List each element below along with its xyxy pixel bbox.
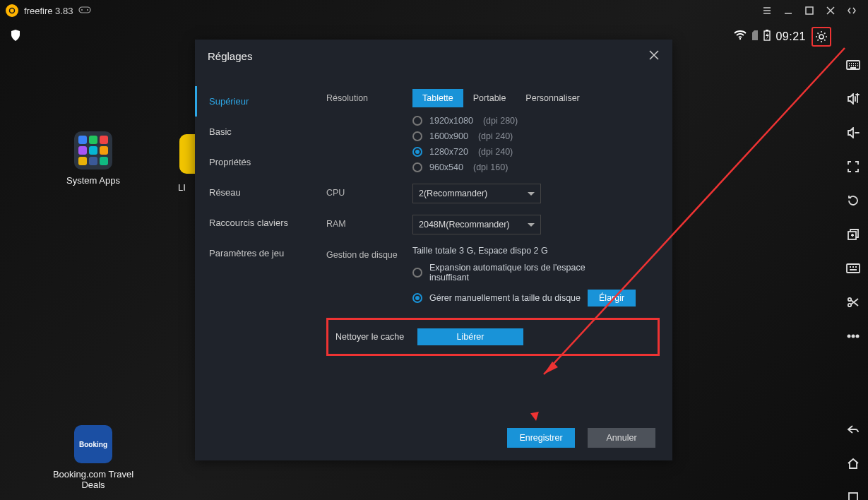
gear-icon — [815, 30, 828, 43]
svg-rect-7 — [766, 30, 768, 31]
volume-down-icon[interactable] — [845, 124, 862, 141]
svg-point-2 — [81, 9, 83, 11]
ram-dropdown[interactable]: 2048M(Recommander) — [412, 215, 541, 234]
booking-icon: Booking — [74, 425, 112, 463]
disk-manual[interactable]: Gérer manuellement la taille du disqueÉl… — [412, 290, 660, 306]
svg-rect-17 — [849, 493, 857, 500]
sidebar-item-shortcuts[interactable]: Raccourcis claviers — [195, 208, 314, 238]
gamepad-icon — [78, 6, 91, 16]
booking-label: Booking.com Travel Deals — [44, 469, 143, 490]
settings-content: Résolution Tablette Portable Personnalis… — [314, 72, 672, 418]
clear-cache-row: Nettoyer le cache Libérer — [326, 318, 660, 356]
svg-rect-4 — [806, 7, 813, 14]
res-opt-1600[interactable]: 1600x900(dpi 240) — [412, 131, 660, 141]
multi-window-icon[interactable] — [845, 226, 862, 243]
keymap-icon[interactable] — [845, 260, 862, 277]
svg-rect-11 — [847, 264, 860, 273]
resolution-label: Résolution — [326, 89, 412, 103]
fullscreen-icon[interactable] — [845, 158, 862, 175]
more-icon[interactable] — [845, 328, 862, 345]
cpu-label: CPU — [326, 184, 412, 198]
enlarge-button[interactable]: Élargir — [588, 290, 636, 306]
wifi-icon — [734, 30, 747, 43]
sidebar-item-superior[interactable]: Supérieur — [195, 86, 314, 117]
back-icon[interactable] — [845, 421, 862, 438]
svg-point-16 — [856, 335, 858, 337]
svg-point-0 — [10, 8, 15, 13]
settings-sidebar: Supérieur Basic Propriétés Réseau Raccou… — [195, 72, 314, 418]
chevron-down-icon — [528, 192, 535, 196]
svg-point-8 — [819, 35, 824, 39]
save-button[interactable]: Enregistrer — [507, 428, 575, 448]
scissors-icon[interactable] — [845, 294, 862, 311]
disk-label: Gestion de disque — [326, 246, 412, 260]
close-button[interactable] — [820, 0, 841, 21]
cache-label: Nettoyer le cache — [335, 332, 417, 342]
system-apps-icon — [74, 131, 112, 169]
res-opt-1280[interactable]: 1280x720(dpi 240) — [412, 147, 660, 157]
svg-point-5 — [739, 38, 741, 40]
res-opt-960[interactable]: 960x540(dpi 160) — [412, 162, 660, 172]
release-cache-button[interactable]: Libérer — [417, 328, 523, 345]
res-tab-tablet[interactable]: Tablette — [412, 89, 463, 107]
dialog-header: Réglages — [195, 40, 672, 72]
sidebar-item-network[interactable]: Réseau — [195, 177, 314, 208]
dialog-close-icon[interactable] — [648, 49, 660, 63]
settings-dialog: Réglages Supérieur Basic Propriétés Rése… — [195, 40, 672, 460]
sim-icon — [751, 30, 759, 44]
cpu-dropdown[interactable]: 2(Recommander) — [412, 184, 541, 203]
svg-rect-1 — [79, 7, 90, 13]
maximize-button[interactable] — [799, 0, 820, 21]
chevron-down-icon — [528, 223, 535, 227]
svg-point-15 — [852, 335, 854, 337]
sidebar-item-game-settings[interactable]: Paramètres de jeu — [195, 238, 314, 268]
resolution-segmented: Tablette Portable Personnaliser — [412, 89, 590, 107]
dialog-title: Réglages — [208, 50, 252, 62]
shield-icon — [10, 29, 21, 44]
home-icon[interactable] — [845, 455, 862, 472]
refresh-icon[interactable] — [845, 192, 862, 209]
recents-icon[interactable] — [845, 489, 862, 500]
keyboard-icon[interactable] — [845, 56, 862, 73]
cancel-button[interactable]: Annuler — [588, 428, 655, 448]
volume-up-icon[interactable] — [845, 90, 862, 107]
disk-summary: Taille totale 3 G, Espace dispo 2 G — [412, 246, 660, 256]
svg-point-13 — [848, 304, 851, 306]
collapse-button[interactable] — [841, 0, 862, 21]
app-tile-partial-label: LI — [178, 182, 186, 193]
svg-point-14 — [848, 335, 850, 337]
menu-button[interactable] — [756, 0, 778, 21]
settings-gear-highlight[interactable] — [811, 27, 831, 47]
booking-shortcut[interactable]: Booking Booking.com Travel Deals — [44, 425, 143, 490]
sidebar-item-basic[interactable]: Basic — [195, 117, 314, 147]
res-tab-custom[interactable]: Personnaliser — [516, 89, 589, 107]
clock-text: 09:21 — [775, 30, 806, 43]
system-apps-label: System Apps — [51, 175, 136, 186]
ram-label: RAM — [326, 215, 412, 229]
app-logo-icon — [6, 4, 18, 17]
right-toolbar — [838, 56, 868, 500]
svg-point-3 — [87, 9, 88, 11]
app-title: freefire 3.83 — [24, 6, 73, 16]
battery-icon — [763, 30, 771, 44]
res-tab-portable[interactable]: Portable — [463, 89, 516, 107]
svg-point-12 — [848, 298, 851, 301]
dialog-footer: Enregistrer Annuler — [507, 428, 655, 448]
sidebar-item-properties[interactable]: Propriétés — [195, 147, 314, 177]
title-bar: freefire 3.83 — [0, 0, 868, 21]
res-opt-1920[interactable]: 1920x1080(dpi 280) — [412, 116, 660, 126]
minimize-button[interactable] — [778, 0, 799, 21]
system-apps-shortcut[interactable]: System Apps — [51, 131, 136, 186]
disk-auto-expand[interactable]: Expansion automatique lors de l'espace i… — [412, 263, 660, 282]
